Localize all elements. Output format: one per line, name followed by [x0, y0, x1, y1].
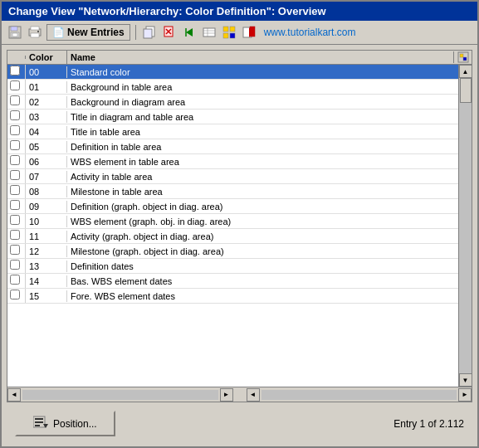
new-entries-icon: 📄 [52, 27, 65, 38]
new-entries-button[interactable]: 📄 New Entries [46, 24, 130, 41]
print-icon[interactable] [27, 24, 43, 41]
checkbox-input[interactable] [10, 245, 20, 255]
row-name-value: Background in diagram area [67, 96, 458, 108]
scroll-right-button[interactable]: ► [220, 388, 233, 402]
main-window: Change View "Network/Hierarchy: Color De… [0, 0, 479, 448]
row-checkbox[interactable] [7, 124, 26, 139]
scroll-down-button[interactable]: ▼ [459, 373, 472, 387]
svg-rect-30 [35, 418, 43, 420]
new-entries-label: New Entries [67, 27, 125, 38]
row-checkbox[interactable] [7, 169, 26, 183]
svg-rect-21 [223, 33, 228, 38]
row-checkbox[interactable] [7, 199, 26, 213]
col-color-header: Color [26, 51, 67, 64]
row-name-value: Fore. WBS element dates [67, 290, 458, 302]
scroll-left-button-2[interactable]: ◄ [247, 388, 260, 402]
table-row[interactable]: 05 Definition in table area [7, 139, 458, 154]
row-color-value: 00 [26, 66, 67, 78]
svg-marker-13 [186, 28, 193, 37]
checkbox-input[interactable] [10, 110, 20, 120]
position-icon [33, 416, 48, 431]
table-row[interactable]: 00 Standard color [7, 65, 458, 80]
row-color-value: 14 [26, 275, 67, 287]
checkbox-input[interactable] [10, 125, 20, 135]
row-checkbox[interactable] [7, 289, 26, 303]
table-row[interactable]: 11 Activity (graph. object in diag. area… [7, 229, 458, 244]
row-color-value: 10 [26, 216, 67, 227]
table-row[interactable]: 02 Background in diagram area [7, 95, 458, 110]
row-name-value: Bas. WBS element dates [67, 275, 458, 287]
row-checkbox[interactable] [7, 274, 26, 288]
svg-rect-28 [463, 57, 467, 61]
position-button[interactable]: Position... [15, 411, 115, 436]
row-checkbox[interactable] [7, 229, 26, 243]
row-checkbox[interactable] [7, 65, 26, 79]
table-row[interactable]: 14 Bas. WBS element dates [7, 274, 458, 289]
table-row[interactable]: 08 Milestone in table area [7, 184, 458, 199]
vertical-scrollbar[interactable]: ▲ ▼ [458, 65, 472, 387]
back-icon[interactable] [181, 24, 198, 41]
horizontal-scrollbar[interactable]: ◄ ► ◄ ► [7, 387, 472, 402]
svg-rect-31 [35, 421, 43, 423]
row-checkbox[interactable] [7, 80, 26, 94]
scroll-thumb[interactable] [460, 78, 472, 103]
svg-rect-6 [31, 33, 39, 37]
svg-rect-22 [230, 33, 235, 38]
delete-icon[interactable] [161, 24, 178, 41]
h-scroll-track-left [22, 390, 218, 400]
entry-info: Entry 1 of 2.112 [393, 418, 464, 430]
row-name-value: Definition dates [67, 261, 458, 272]
row-checkbox[interactable] [7, 244, 26, 258]
checkbox-input[interactable] [10, 290, 20, 299]
table-row[interactable]: 06 WBS element in table area [7, 154, 458, 169]
checkbox-input[interactable] [10, 170, 20, 180]
table-row[interactable]: 13 Definition dates [7, 259, 458, 274]
export-icon[interactable] [241, 24, 257, 41]
row-checkbox[interactable] [7, 259, 26, 273]
col-sort-icon[interactable] [453, 51, 472, 63]
scroll-right-button-2[interactable]: ► [458, 388, 472, 402]
row-checkbox[interactable] [7, 95, 26, 109]
table-row[interactable]: 15 Fore. WBS element dates [7, 289, 458, 304]
checkbox-input[interactable] [10, 66, 20, 75]
svg-rect-5 [31, 27, 39, 30]
copy-icon[interactable] [141, 24, 158, 41]
overview-icon[interactable] [201, 24, 218, 41]
table-row[interactable]: 12 Milestone (graph. object in diag. are… [7, 244, 458, 259]
checkbox-input[interactable] [10, 155, 20, 165]
row-name-value: Activity in table area [67, 171, 458, 183]
row-color-value: 04 [26, 126, 67, 138]
table-row[interactable]: 09 Definition (graph. object in diag. ar… [7, 199, 458, 214]
save-icon[interactable] [7, 24, 23, 41]
checkbox-input[interactable] [10, 95, 20, 105]
row-checkbox[interactable] [7, 139, 26, 153]
row-checkbox[interactable] [7, 214, 26, 228]
table-row[interactable]: 01 Background in table area [7, 80, 458, 95]
row-checkbox[interactable] [7, 110, 26, 124]
toolbar: 📄 New Entries [2, 21, 477, 45]
svg-point-7 [37, 31, 39, 32]
checkbox-input[interactable] [10, 215, 20, 225]
checkbox-input[interactable] [10, 80, 20, 90]
row-color-value: 01 [26, 81, 67, 93]
row-checkbox[interactable] [7, 184, 26, 198]
row-checkbox[interactable] [7, 154, 26, 168]
h-scroll-track-right [261, 390, 457, 400]
checkbox-input[interactable] [10, 260, 20, 270]
checkbox-input[interactable] [10, 230, 20, 240]
table-row[interactable]: 10 WBS element (graph. obj. in diag. are… [7, 214, 458, 229]
row-name-value: WBS element (graph. obj. in diag. area) [67, 216, 458, 227]
row-name-value: Background in table area [67, 81, 458, 93]
table-body[interactable]: 00 Standard color 01 Background in table… [7, 65, 458, 387]
scroll-left-button[interactable]: ◄ [7, 388, 21, 402]
table-row[interactable]: 03 Title in diagram and table area [7, 110, 458, 124]
scroll-up-button[interactable]: ▲ [459, 65, 472, 78]
checkbox-input[interactable] [10, 140, 20, 150]
checkbox-input[interactable] [10, 275, 20, 285]
checkbox-input[interactable] [10, 185, 20, 195]
checkbox-input[interactable] [10, 200, 20, 210]
table-row[interactable]: 04 Title in table area [7, 124, 458, 139]
row-name-value: Definition in table area [67, 141, 458, 153]
table-row[interactable]: 07 Activity in table area [7, 169, 458, 184]
grid-icon[interactable] [221, 24, 237, 41]
